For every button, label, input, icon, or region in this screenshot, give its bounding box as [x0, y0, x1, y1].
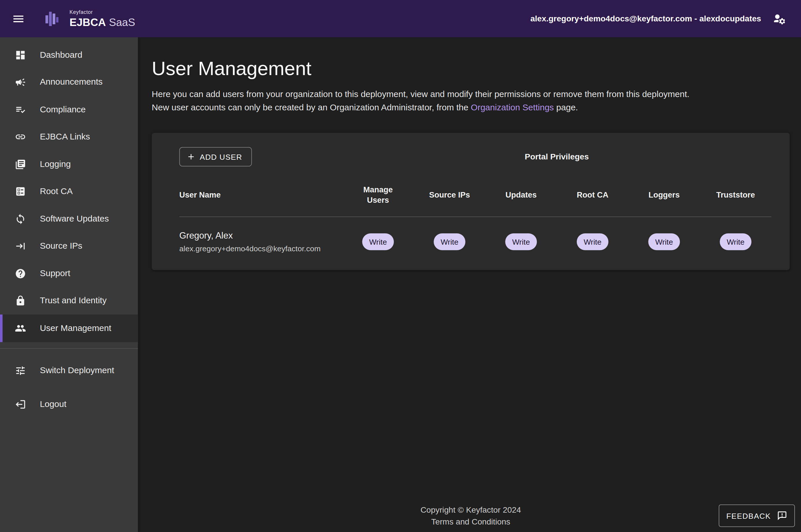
plus-icon [186, 152, 195, 162]
add-user-label: ADD USER [200, 152, 242, 161]
brand-suffix: SaaS [109, 17, 135, 28]
column-header-loggers: Loggers [628, 190, 700, 200]
sidebar-item-switch-deployment[interactable]: Switch Deployment [0, 354, 138, 387]
library-books-icon [15, 158, 26, 170]
page-footer: Copyright © Keyfactor 2024 Terms and Con… [152, 504, 790, 532]
brand: Keyfactor EJBCASaaS [42, 8, 135, 29]
manage-account-icon [773, 12, 786, 25]
link-icon [15, 131, 26, 143]
account-area: alex.gregory+demo4docs@keyfactor.com - a… [530, 7, 790, 30]
terms-and-conditions-link[interactable]: Terms and Conditions [431, 516, 510, 528]
sidebar-item-trust-and-identity[interactable]: Trust and Identity [0, 287, 138, 315]
organization-settings-link[interactable]: Organization Settings [471, 102, 554, 112]
column-header-manage-users: Manage Users [342, 185, 414, 205]
main-content: User Management Here you can add users f… [138, 37, 801, 532]
ballot-icon [15, 186, 26, 197]
sidebar-item-label: EJBCA Links [40, 132, 90, 142]
user-name: Gregory, Alex [180, 230, 342, 241]
sidebar-item-label: Source IPs [40, 241, 82, 251]
column-header-root-ca: Root CA [557, 190, 628, 200]
sidebar-item-ejbca-links[interactable]: EJBCA Links [0, 123, 138, 151]
user-email: alex.gregory+demo4docs@keyfactor.com [180, 244, 342, 253]
feedback-button[interactable]: FEEDBACK [719, 505, 795, 527]
privilege-pill-source-ips[interactable]: Write [434, 233, 466, 250]
privilege-pill-root-ca[interactable]: Write [577, 233, 609, 250]
topbar: Keyfactor EJBCASaaS alex.gregory+demo4do… [0, 0, 801, 37]
feedback-chat-icon [777, 511, 787, 521]
sidebar-item-logout[interactable]: Logout [0, 387, 138, 421]
account-label: alex.gregory+demo4docs@keyfactor.com - a… [530, 14, 761, 23]
menu-button[interactable] [7, 7, 30, 30]
sidebar-item-software-updates[interactable]: Software Updates [0, 205, 138, 233]
privilege-pill-updates[interactable]: Write [505, 233, 537, 250]
group-icon [15, 322, 26, 334]
input-arrow-icon [15, 240, 26, 252]
sidebar-item-label: Support [40, 268, 70, 279]
sidebar-item-label: Compliance [40, 104, 86, 115]
column-header-truststore: Truststore [700, 190, 771, 200]
user-cell: Gregory, Alex alex.gregory+demo4docs@key… [180, 230, 342, 253]
sidebar: Dashboard Announcements Compliance EJBCA… [0, 37, 138, 532]
description-line2-prefix: New user accounts can only be created by… [152, 102, 471, 112]
description-line2-suffix: page. [554, 102, 578, 112]
table-header-row: User Name Manage Users Source IPs Update… [180, 185, 771, 205]
page-title: User Management [152, 58, 790, 80]
column-header-updates: Updates [485, 190, 557, 200]
sync-icon [15, 213, 26, 225]
brand-company: Keyfactor [69, 10, 135, 15]
sidebar-item-label: Root CA [40, 187, 73, 197]
portal-privileges-title: Portal Privileges [342, 152, 771, 162]
brand-text: Keyfactor EJBCASaaS [69, 10, 135, 28]
privilege-pill-manage-users[interactable]: Write [362, 233, 394, 250]
tune-icon [15, 364, 26, 376]
page-description: Here you can add users from your organiz… [152, 88, 790, 114]
privilege-pill-truststore[interactable]: Write [720, 233, 751, 250]
lock-icon [15, 294, 26, 307]
sidebar-item-support[interactable]: Support [0, 260, 138, 287]
table-row: Gregory, Alex alex.gregory+demo4docs@key… [180, 217, 771, 253]
sidebar-item-logging[interactable]: Logging [0, 151, 138, 178]
privilege-pill-loggers[interactable]: Write [648, 233, 680, 250]
manage-account-button[interactable] [768, 7, 791, 30]
column-header-source-ips: Source IPs [414, 190, 485, 200]
keyfactor-logo-icon [42, 8, 63, 29]
sidebar-item-announcements[interactable]: Announcements [0, 69, 138, 96]
brand-product: EJBCA [69, 17, 106, 28]
help-icon [15, 267, 26, 280]
sidebar-divider [0, 348, 138, 348]
sidebar-item-label: Announcements [40, 77, 103, 87]
sidebar-item-dashboard[interactable]: Dashboard [0, 41, 138, 69]
feedback-label: FEEDBACK [726, 512, 771, 520]
checklist-icon [15, 103, 26, 115]
column-header-user-name: User Name [180, 190, 342, 200]
sidebar-item-label: Switch Deployment [40, 365, 114, 376]
sidebar-item-label: Logout [40, 399, 67, 409]
sidebar-item-label: Trust and Identity [40, 296, 107, 306]
hamburger-icon [12, 12, 25, 25]
card-toolbar: ADD USER Portal Privileges [180, 147, 771, 166]
sidebar-item-label: Software Updates [40, 214, 109, 224]
logout-icon [15, 398, 26, 410]
copyright-text: Copyright © Keyfactor 2024 [152, 504, 790, 516]
description-line1: Here you can add users from your organiz… [152, 89, 689, 99]
add-user-button[interactable]: ADD USER [180, 147, 252, 166]
megaphone-icon [15, 76, 26, 88]
sidebar-item-root-ca[interactable]: Root CA [0, 178, 138, 205]
sidebar-item-label: User Management [40, 323, 111, 333]
sidebar-item-label: Logging [40, 159, 71, 169]
dashboard-icon [15, 49, 26, 61]
sidebar-item-compliance[interactable]: Compliance [0, 96, 138, 123]
sidebar-item-label: Dashboard [40, 50, 82, 60]
user-table-card: ADD USER Portal Privileges User Name Man… [152, 133, 790, 270]
app-window: Keyfactor EJBCASaaS alex.gregory+demo4do… [0, 0, 801, 532]
sidebar-item-source-ips[interactable]: Source IPs [0, 232, 138, 260]
sidebar-item-user-management[interactable]: User Management [0, 315, 138, 342]
